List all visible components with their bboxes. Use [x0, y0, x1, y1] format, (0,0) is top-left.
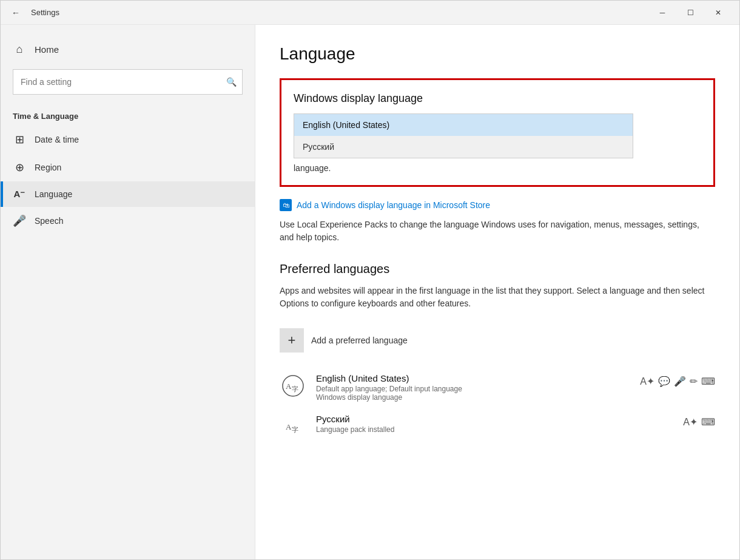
plus-icon: +: [288, 332, 296, 348]
svg-text:字: 字: [292, 426, 298, 433]
english-lang-badges: A✦ 💬 🎤 ✏ ⌨: [640, 376, 715, 387]
add-language-label: Add a preferred language: [311, 336, 408, 345]
english-lang-name: English (United States): [316, 373, 630, 383]
page-title: Language: [280, 44, 715, 64]
speech-label: Speech: [35, 216, 63, 226]
dropdown-option-russian[interactable]: Русский: [294, 136, 633, 158]
display-language-dropdown[interactable]: English (United States) Русский: [294, 113, 633, 158]
settings-window: ← Settings ─ ☐ ✕ ⌂ Home 🔍 Time & Languag…: [0, 0, 740, 560]
svg-text:A: A: [286, 382, 292, 391]
truncated-language-text: language.: [294, 163, 701, 173]
russian-badge-keyboard-icon: ⌨: [701, 416, 715, 428]
speech-icon: 🎤: [13, 214, 26, 228]
russian-lang-name: Русский: [316, 414, 673, 424]
russian-lang-icon: A 字: [280, 415, 306, 442]
language-icon: A⁻: [13, 189, 26, 200]
window-title: Settings: [31, 8, 648, 17]
add-language-icon: +: [280, 328, 304, 353]
sidebar-section-title: Time & Language: [1, 102, 255, 126]
store-link-label: Add a Windows display language in Micros…: [297, 200, 490, 210]
minimize-button[interactable]: ─: [648, 3, 676, 22]
sidebar-item-language[interactable]: A⁻ Language: [1, 181, 255, 207]
main-area: ⌂ Home 🔍 Time & Language ⊞ Date & time ⊕…: [1, 25, 739, 559]
store-link[interactable]: 🛍 Add a Windows display language in Micr…: [280, 199, 715, 211]
svg-text:A: A: [286, 422, 292, 431]
badge-handwriting-icon: ✏: [690, 376, 698, 387]
window-controls: ─ ☐ ✕: [648, 3, 732, 22]
language-label: Language: [35, 189, 72, 199]
dropdown-option-english[interactable]: English (United States): [294, 114, 633, 136]
title-bar: ← Settings ─ ☐ ✕: [1, 1, 739, 25]
home-icon: ⌂: [13, 43, 26, 56]
close-button[interactable]: ✕: [704, 3, 732, 22]
date-time-icon: ⊞: [13, 133, 26, 146]
region-icon: ⊕: [13, 161, 26, 174]
region-label: Region: [35, 163, 61, 172]
home-label: Home: [35, 44, 59, 55]
add-language-button[interactable]: + Add a preferred language: [280, 328, 715, 353]
sidebar-item-home[interactable]: ⌂ Home: [1, 37, 255, 62]
sidebar: ⌂ Home 🔍 Time & Language ⊞ Date & time ⊕…: [1, 25, 255, 559]
russian-lang-badges: A✦ ⌨: [683, 416, 715, 428]
preferred-description: Apps and websites will appear in the fir…: [280, 285, 715, 310]
language-item-russian: A 字 Русский Language pack installed A✦ ⌨: [280, 408, 715, 448]
svg-text:字: 字: [292, 385, 298, 393]
english-lang-text: English (United States) Default app lang…: [316, 373, 630, 402]
sidebar-item-date-time[interactable]: ⊞ Date & time: [1, 126, 255, 153]
language-item-english: A 字 English (United States) Default app …: [280, 367, 715, 408]
back-button[interactable]: ←: [8, 5, 24, 20]
english-lang-desc: Default app language; Default input lang…: [316, 385, 630, 402]
search-icon: 🔍: [226, 77, 237, 87]
windows-display-label: Windows display language: [294, 92, 701, 105]
windows-display-section: Windows display language English (United…: [280, 78, 715, 187]
content-area: Language Windows display language Englis…: [255, 25, 739, 559]
sidebar-item-region[interactable]: ⊕ Region: [1, 153, 255, 181]
search-input[interactable]: [13, 69, 243, 95]
search-container: 🔍: [13, 69, 243, 95]
russian-badge-lang-icon: A✦: [683, 416, 698, 428]
store-icon: 🛍: [280, 199, 292, 211]
store-description: Use Local Experience Packs to change the…: [280, 218, 715, 244]
badge-translate-icon: A✦: [640, 376, 654, 387]
date-time-label: Date & time: [35, 135, 79, 144]
english-lang-icon: A 字: [280, 374, 306, 402]
badge-keyboard-icon: ⌨: [701, 376, 715, 387]
badge-mic-icon: 🎤: [674, 376, 686, 387]
russian-lang-text: Русский Language pack installed: [316, 414, 673, 434]
russian-lang-desc: Language pack installed: [316, 425, 673, 434]
sidebar-item-speech[interactable]: 🎤 Speech: [1, 207, 255, 235]
preferred-languages-title: Preferred languages: [280, 262, 715, 276]
restore-button[interactable]: ☐: [676, 3, 704, 22]
badge-speech-icon: 💬: [658, 376, 670, 387]
